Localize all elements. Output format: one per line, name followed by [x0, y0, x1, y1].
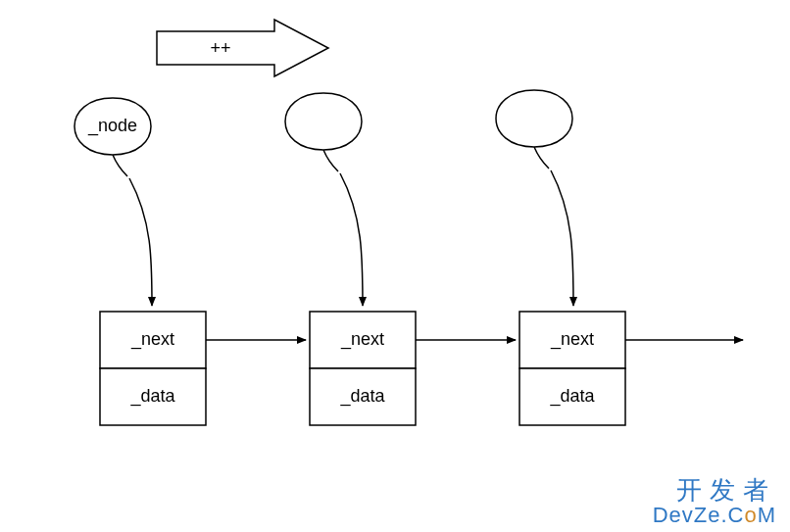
bubble-2: [285, 93, 362, 171]
node-1: _next _data: [100, 312, 206, 425]
bubble-3: [496, 90, 572, 169]
increment-arrow: ++: [157, 20, 328, 76]
pointer-arrow-2: [340, 173, 363, 306]
node-2: _next _data: [310, 312, 416, 425]
node-1-data-label: _data: [129, 386, 175, 407]
bubble-1-label: _node: [87, 116, 137, 136]
pointer-arrow-1: [129, 178, 152, 306]
node-1-next-label: _next: [130, 329, 174, 350]
node-2-data-label: _data: [339, 386, 385, 407]
bubble-1: _node: [74, 98, 151, 176]
watermark-line2: DevZe.CoM: [653, 504, 776, 526]
node-2-next-label: _next: [340, 329, 384, 350]
watermark-line1: 开发者: [653, 477, 776, 504]
pointer-arrow-3: [551, 170, 573, 306]
operator-label: ++: [210, 38, 230, 58]
node-3: _next _data: [519, 312, 625, 425]
diagram-canvas: ++ _node _next _data _next _data _next _…: [0, 0, 790, 532]
watermark: 开发者 DevZe.CoM: [653, 477, 776, 526]
node-3-data-label: _data: [549, 386, 595, 407]
node-3-next-label: _next: [550, 329, 594, 350]
